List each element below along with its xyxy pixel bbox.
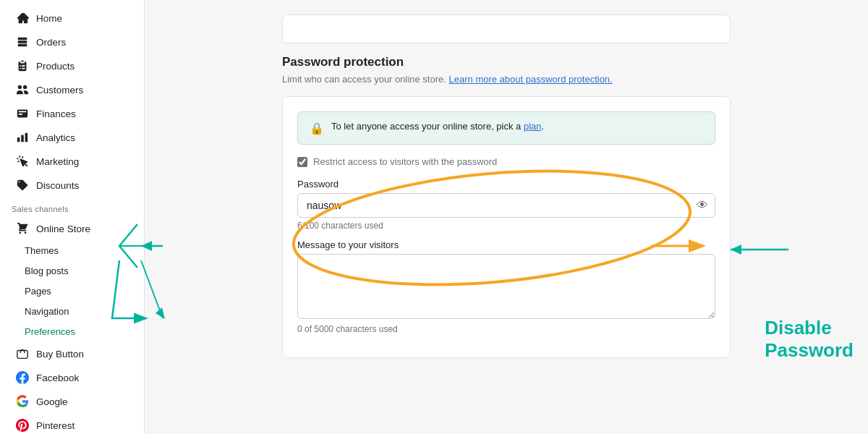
orders-icon — [16, 35, 29, 48]
message-hint: 0 of 5000 characters used — [297, 324, 715, 334]
sidebar-item-pinterest[interactable]: Pinterest — [4, 414, 140, 434]
sidebar-item-facebook-label: Facebook — [36, 373, 79, 383]
sidebar-subitem-navigation-label: Navigation — [25, 306, 69, 317]
password-hint: 6/100 characters used — [297, 221, 715, 231]
lock-icon: 🔒 — [310, 122, 324, 135]
sidebar-item-buy-button-label: Buy Button — [36, 349, 84, 359]
sidebar-item-customers-label: Customers — [36, 85, 83, 95]
restrict-access-label: Restrict access to visitors with the pas… — [313, 156, 497, 167]
online-store-icon — [16, 222, 29, 235]
sidebar-item-home[interactable]: Home — [4, 7, 140, 30]
restrict-access-row: Restrict access to visitors with the pas… — [297, 156, 715, 167]
learn-more-link[interactable]: Learn more about password protection. — [449, 74, 613, 85]
sidebar-subitem-pages-label: Pages — [25, 286, 51, 297]
analytics-icon — [16, 131, 29, 144]
sidebar-item-buy-button[interactable]: Buy Button — [4, 342, 140, 365]
sidebar-item-analytics[interactable]: Analytics — [4, 126, 140, 149]
info-banner: 🔒 To let anyone access your online store… — [297, 111, 715, 145]
sidebar-item-finances[interactable]: Finances — [4, 102, 140, 125]
sidebar-subitem-pages[interactable]: Pages — [4, 281, 140, 301]
pinterest-icon — [16, 419, 29, 432]
plan-link[interactable]: plan — [524, 121, 542, 132]
sidebar-item-orders[interactable]: Orders — [4, 30, 140, 54]
sidebar-item-products-label: Products — [36, 61, 75, 72]
message-form-group: Message to your visitors 0 of 5000 chara… — [297, 239, 715, 334]
password-input-wrapper: 👁 — [297, 193, 715, 218]
sidebar-item-google[interactable]: Google — [4, 390, 140, 413]
sales-channels-label: Sales channels — [0, 197, 144, 216]
sidebar-item-discounts-label: Discounts — [36, 180, 79, 191]
password-label: Password — [297, 179, 715, 190]
sidebar-item-discounts[interactable]: Discounts — [4, 174, 140, 197]
message-textarea[interactable] — [297, 254, 715, 319]
google-icon — [16, 395, 29, 408]
sidebar-item-marketing[interactable]: Marketing — [4, 150, 140, 173]
restrict-access-checkbox[interactable] — [297, 157, 307, 167]
password-protection-desc: Limit who can access your online store. … — [282, 74, 731, 85]
buy-button-icon — [16, 347, 29, 360]
password-input[interactable] — [297, 193, 715, 218]
sidebar-item-pinterest-label: Pinterest — [36, 420, 75, 431]
sidebar-item-analytics-label: Analytics — [36, 132, 75, 143]
sidebar-subitem-blog-posts-label: Blog posts — [25, 265, 69, 276]
sidebar-subitem-themes-label: Themes — [25, 245, 59, 256]
discounts-icon — [16, 179, 29, 192]
sidebar-item-orders-label: Orders — [36, 37, 66, 48]
password-protection-card: 🔒 To let anyone access your online store… — [282, 96, 731, 358]
sidebar-subitem-preferences[interactable]: Preferences — [4, 322, 140, 341]
finances-icon — [16, 107, 29, 120]
sidebar-item-customers[interactable]: Customers — [4, 78, 140, 101]
sidebar-subitem-blog-posts[interactable]: Blog posts — [4, 261, 140, 281]
main-content: Password protection Limit who can access… — [145, 0, 868, 434]
home-icon — [16, 12, 29, 25]
eye-icon[interactable]: 👁 — [697, 199, 708, 212]
sidebar-item-online-store-label: Online Store — [36, 224, 90, 234]
password-form-group: Password 👁 6/100 characters used — [297, 179, 715, 231]
top-card-partial — [282, 14, 731, 43]
sidebar-item-online-store[interactable]: Online Store — [4, 217, 140, 240]
customers-icon — [16, 83, 29, 96]
products-icon — [16, 59, 29, 72]
sidebar-subitem-preferences-label: Preferences — [25, 326, 75, 337]
sidebar-subitem-themes[interactable]: Themes — [4, 241, 140, 260]
sidebar-item-marketing-label: Marketing — [36, 156, 79, 167]
sidebar-item-finances-label: Finances — [36, 109, 76, 119]
sidebar-item-home-label: Home — [36, 13, 62, 24]
sidebar-subitem-navigation[interactable]: Navigation — [4, 302, 140, 321]
sidebar-item-google-label: Google — [36, 396, 68, 407]
sidebar: Home Orders Products Customers — [0, 0, 145, 434]
message-label: Message to your visitors — [297, 239, 715, 250]
sidebar-item-facebook[interactable]: Facebook — [4, 366, 140, 389]
facebook-icon — [16, 371, 29, 384]
info-banner-text: To let anyone access your online store, … — [331, 121, 544, 132]
marketing-icon — [16, 155, 29, 168]
password-protection-title: Password protection — [282, 55, 731, 69]
svg-rect-0 — [17, 351, 27, 359]
sidebar-item-products[interactable]: Products — [4, 54, 140, 77]
